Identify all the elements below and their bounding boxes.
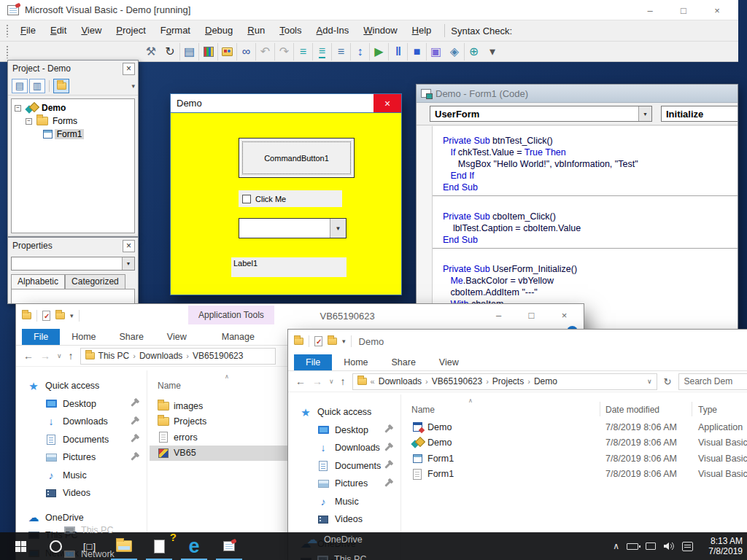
- tree-expander-icon[interactable]: −: [26, 118, 32, 125]
- sidebar-item-desktop[interactable]: Desktop: [288, 421, 400, 440]
- menu-add-ins[interactable]: Add-Ins: [309, 20, 357, 41]
- procedure-combobox[interactable]: Initialize: [661, 106, 738, 122]
- menubar-grip[interactable]: [6, 24, 9, 37]
- breadcrumb-projects[interactable]: Projects: [492, 376, 524, 386]
- view-code-button[interactable]: ▤: [12, 79, 28, 93]
- properties-doc-icon[interactable]: [314, 336, 322, 346]
- design-mode-button[interactable]: ⊕: [464, 43, 483, 61]
- code-editor[interactable]: Private Sub btnTest_Click() If chkTest.V…: [417, 126, 738, 329]
- find-button[interactable]: ∞: [236, 43, 255, 61]
- stop-button[interactable]: ■: [407, 43, 426, 61]
- object-combobox[interactable]: UserForm ▼: [430, 106, 652, 122]
- recent-locations-icon[interactable]: ∨: [57, 352, 62, 359]
- back-button[interactable]: ←: [23, 350, 34, 362]
- new-folder-icon[interactable]: [328, 338, 337, 345]
- application-tools-tab[interactable]: Application Tools: [188, 306, 274, 324]
- breadcrumb-vb65190623[interactable]: VB65190623: [193, 351, 243, 361]
- checkbox-box[interactable]: [242, 195, 251, 203]
- sidebar-item-network[interactable]: Network: [62, 549, 115, 559]
- explorer2-address-bar[interactable]: «Downloads›VB65190623›Projects›Demo∨: [352, 373, 657, 390]
- breadcrumb-demo[interactable]: Demo: [534, 376, 557, 386]
- sidebar-item-pictures[interactable]: Pictures: [16, 448, 147, 467]
- spacing-button[interactable]: ↕: [350, 43, 369, 61]
- breadcrumb-downloads[interactable]: Downloads: [139, 351, 182, 361]
- menu-view[interactable]: View: [74, 20, 109, 41]
- properties-doc-icon[interactable]: [42, 311, 50, 321]
- sidebar-item-videos[interactable]: Videos: [288, 510, 400, 529]
- ribbon-tab-view[interactable]: View: [155, 329, 198, 345]
- qat-customize-icon[interactable]: ▾: [342, 338, 346, 345]
- breadcrumb-downloads[interactable]: Downloads: [379, 376, 422, 386]
- chevron-down-icon[interactable]: ▼: [330, 219, 346, 238]
- action-center-icon[interactable]: [682, 542, 693, 551]
- file-row-demo-0[interactable]: Demo7/8/2019 8:06 AMApplication: [401, 419, 747, 435]
- column-divider[interactable]: [600, 402, 600, 416]
- sidebar-item-downloads[interactable]: ↓Downloads: [288, 439, 400, 457]
- chevron-down-icon[interactable]: ▼: [122, 257, 134, 270]
- ribbon-tab-file[interactable]: File: [294, 354, 332, 370]
- sidebar-item-this-pc[interactable]: This PC: [62, 525, 113, 535]
- breadcrumb-vb65190623[interactable]: VB65190623: [432, 376, 482, 386]
- properties-object-combobox[interactable]: ▼: [11, 257, 135, 271]
- file-row-form1-3[interactable]: Form17/8/2019 8:06 AMVisual Basic Fo: [401, 467, 747, 483]
- toolbar-overflow-button[interactable]: ▾: [483, 43, 502, 61]
- view-object-button[interactable]: ▥: [29, 79, 45, 93]
- run-button[interactable]: ▶: [369, 43, 388, 61]
- tools-button[interactable]: ⚒: [142, 43, 160, 61]
- column-header-name[interactable]: Name: [158, 381, 181, 391]
- network-icon[interactable]: [646, 542, 656, 550]
- align-lines-button[interactable]: ≡: [293, 43, 312, 61]
- menu-project[interactable]: Project: [109, 20, 152, 41]
- undo-button[interactable]: ↶: [255, 43, 274, 61]
- volume-icon[interactable]: [663, 541, 675, 551]
- ribbon-tab-home[interactable]: Home: [332, 354, 379, 370]
- sidebar-item-this-pc[interactable]: This PC: [315, 554, 366, 560]
- qat-customize-icon[interactable]: ▾: [70, 312, 74, 319]
- refresh-icon[interactable]: ↻: [664, 376, 672, 387]
- taskbar-vb-button[interactable]: [214, 532, 244, 560]
- command-button[interactable]: CommandButton1: [239, 138, 355, 178]
- toolbox-button[interactable]: [217, 43, 236, 61]
- chevron-down-icon[interactable]: ▼: [638, 106, 651, 121]
- item-combobox[interactable]: ▼: [239, 218, 347, 238]
- start-button[interactable]: [6, 532, 35, 560]
- column-header-date-modified[interactable]: Date modified: [605, 405, 659, 415]
- layers-button[interactable]: ◈: [445, 43, 464, 61]
- tree-node-forms[interactable]: −Forms: [12, 114, 134, 128]
- sidebar-item-downloads[interactable]: ↓Downloads: [16, 413, 147, 431]
- explorer2-search-input[interactable]: Search Dem: [678, 373, 747, 390]
- toolbar-grip[interactable]: [6, 45, 9, 58]
- column-header-name[interactable]: Name: [411, 405, 435, 415]
- maximize-button[interactable]: □: [515, 304, 548, 326]
- project-toolbar-overflow-icon[interactable]: ▾: [131, 82, 135, 90]
- column-header-type[interactable]: Type: [698, 405, 717, 415]
- sidebar-item-documents[interactable]: Documents: [288, 457, 400, 475]
- tree-node-form1[interactable]: Form1: [12, 128, 134, 141]
- menu-edit[interactable]: Edit: [43, 20, 74, 41]
- minimize-button[interactable]: –: [482, 304, 515, 326]
- forward-button[interactable]: →: [40, 350, 50, 362]
- battery-icon[interactable]: [627, 543, 638, 550]
- taskbar-help-button[interactable]: [144, 532, 174, 560]
- sidebar-item-documents[interactable]: Documents: [16, 431, 147, 449]
- up-button[interactable]: ↑: [69, 350, 74, 362]
- refresh-button[interactable]: ↻: [160, 43, 179, 61]
- ribbon-tab-share[interactable]: Share: [380, 354, 427, 370]
- tree-expander-icon[interactable]: −: [15, 105, 21, 112]
- close-button[interactable]: ×: [548, 304, 581, 326]
- back-button[interactable]: ←: [295, 376, 306, 387]
- maximize-button[interactable]: □: [667, 0, 700, 20]
- toggle-folders-button[interactable]: [53, 79, 69, 93]
- indent-button[interactable]: ≡: [331, 43, 350, 61]
- click-me-checkbox[interactable]: Click Me: [239, 190, 342, 207]
- ribbon-tab-manage[interactable]: Manage: [210, 329, 266, 345]
- sort-ascending-icon[interactable]: ∧: [225, 373, 229, 380]
- pause-button[interactable]: ‖: [388, 43, 407, 61]
- tray-chevron-icon[interactable]: ∧: [613, 541, 619, 551]
- properties-window-button[interactable]: ▤: [179, 43, 198, 61]
- menu-tools[interactable]: Tools: [272, 20, 309, 41]
- breadcrumb-this-pc[interactable]: This PC: [98, 351, 130, 361]
- tree-node-demo[interactable]: −Demo: [12, 101, 134, 114]
- properties-close-button[interactable]: ×: [123, 240, 135, 252]
- sidebar-item-quick-access[interactable]: ★Quick access: [288, 403, 400, 421]
